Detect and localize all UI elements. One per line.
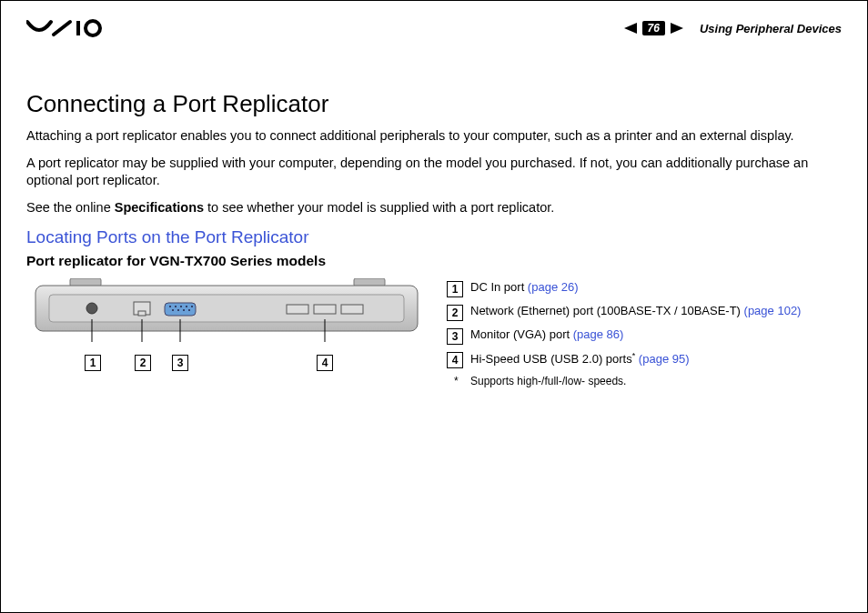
legend-link-3[interactable]: (page 86) xyxy=(573,327,624,341)
legend-num-1: 1 xyxy=(447,281,463,297)
subheading: Locating Ports on the Port Replicator xyxy=(26,227,842,247)
header-right: 76 Using Peripheral Devices xyxy=(624,21,842,35)
svg-point-17 xyxy=(172,309,174,311)
legend-link-4[interactable]: (page 95) xyxy=(635,353,689,367)
svg-rect-21 xyxy=(287,305,308,314)
document-page: 76 Using Peripheral Devices Connecting a… xyxy=(0,0,868,613)
legend-row-4: 4 Hi-Speed USB (USB 2.0) ports* (page 95… xyxy=(447,351,842,368)
page-number-badge: 76 xyxy=(642,21,665,35)
svg-rect-0 xyxy=(76,21,80,35)
svg-point-13 xyxy=(175,306,177,307)
page-content: Connecting a Port Replicator Attaching a… xyxy=(26,39,842,387)
svg-point-18 xyxy=(177,309,179,311)
svg-point-15 xyxy=(186,306,187,307)
svg-point-20 xyxy=(188,309,190,311)
callout-1: 1 xyxy=(85,355,101,371)
para3-pre: See the online xyxy=(26,200,115,215)
svg-point-1 xyxy=(86,21,100,35)
legend-text-1: DC In port (page 26) xyxy=(470,280,579,294)
vaio-logo xyxy=(26,18,126,38)
port-replicator-figure: 1 2 3 4 xyxy=(26,278,427,371)
svg-point-16 xyxy=(191,306,193,307)
legend-row-1: 1 DC In port (page 26) xyxy=(447,280,842,297)
legend-link-2[interactable]: (page 102) xyxy=(744,304,802,317)
svg-rect-23 xyxy=(341,305,363,314)
port-replicator-svg xyxy=(26,278,427,342)
legend-text-2: Network (Ethernet) port (100BASE-TX / 10… xyxy=(470,304,801,317)
svg-marker-3 xyxy=(671,23,683,34)
svg-point-14 xyxy=(180,306,182,307)
para3-bold: Specifications xyxy=(115,200,204,215)
legend-row-2: 2 Network (Ethernet) port (100BASE-TX / … xyxy=(447,304,842,321)
legend-text-3: Monitor (VGA) port (page 86) xyxy=(470,327,623,341)
callout-3: 3 xyxy=(172,355,188,371)
section-name: Using Peripheral Devices xyxy=(700,22,842,35)
legend-num-4: 4 xyxy=(447,352,463,368)
svg-rect-22 xyxy=(314,305,336,314)
callout-2: 2 xyxy=(135,355,151,371)
svg-rect-11 xyxy=(165,303,196,316)
paragraph-2: A port replicator may be supplied with y… xyxy=(26,155,842,190)
nav-prev-icon[interactable] xyxy=(624,23,637,34)
svg-rect-10 xyxy=(138,311,146,316)
svg-point-19 xyxy=(183,309,185,311)
model-heading: Port replicator for VGN-TX700 Series mod… xyxy=(26,253,842,269)
port-legend: 1 DC In port (page 26) 2 Network (Ethern… xyxy=(447,278,842,387)
callout-4: 4 xyxy=(317,355,333,371)
svg-marker-2 xyxy=(624,23,637,34)
callout-numbers: 1 2 3 4 xyxy=(26,355,427,371)
legend-row-3: 3 Monitor (VGA) port (page 86) xyxy=(447,327,842,345)
paragraph-1: Attaching a port replicator enables you … xyxy=(26,127,842,146)
para3-post: to see whether your model is supplied wi… xyxy=(204,200,554,215)
legend-footnote: Supports high-/full-/low- speeds. xyxy=(447,375,842,387)
legend-num-2: 2 xyxy=(447,305,463,321)
legend-link-1[interactable]: (page 26) xyxy=(528,280,579,294)
nav-next-icon[interactable] xyxy=(671,23,683,34)
paragraph-3: See the online Specifications to see whe… xyxy=(26,199,842,217)
svg-point-8 xyxy=(86,303,97,314)
svg-point-12 xyxy=(169,306,171,307)
legend-text-4: Hi-Speed USB (USB 2.0) ports* (page 95) xyxy=(470,351,690,366)
page-header: 76 Using Peripheral Devices xyxy=(26,17,842,39)
page-title: Connecting a Port Replicator xyxy=(26,90,842,118)
diagram-and-legend: 1 2 3 4 1 DC In port (page 26) 2 Network… xyxy=(26,278,842,387)
legend-num-3: 3 xyxy=(447,328,463,345)
